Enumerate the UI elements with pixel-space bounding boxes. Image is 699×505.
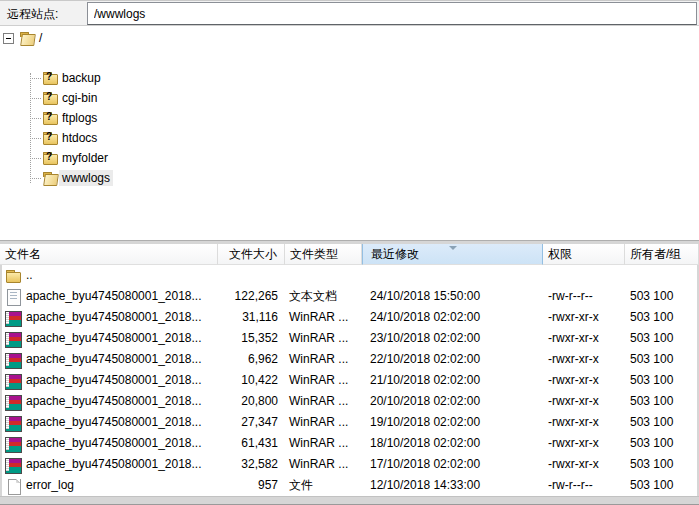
tree-item-htdocs[interactable]: ?htdocs [0, 128, 100, 148]
remote-site-input[interactable] [87, 2, 697, 25]
owner-cell: 503 100 [625, 349, 697, 370]
file-name-label: apache_byu4745080001_2018... [26, 286, 202, 307]
modified-cell: 24/10/2018 15:50:00 [362, 286, 543, 307]
file-name-cell: apache_byu4745080001_2018... [2, 328, 218, 349]
tree-item-myfolder[interactable]: ?myfolder [0, 148, 111, 168]
modified-cell: 24/10/2018 02:02:00 [362, 307, 543, 328]
file-type-cell: 文本文档 [285, 286, 362, 307]
table-row[interactable]: error_log957文件12/10/2018 14:33:00-rw-r--… [2, 475, 697, 496]
file-size-cell: 957 [218, 475, 285, 496]
table-row[interactable]: apache_byu4745080001_2018...32,582WinRAR… [2, 454, 697, 475]
tree-item-ftplogs[interactable]: ?ftplogs [0, 108, 100, 128]
winrar-archive-icon [5, 394, 22, 410]
file-size-cell: 31,116 [218, 307, 285, 328]
modified-cell: 17/10/2018 02:02:00 [362, 454, 543, 475]
table-row[interactable]: .. [2, 265, 697, 286]
permissions-cell: -rwxr-xr-x [543, 433, 625, 454]
question-mark: ? [46, 131, 52, 142]
file-name-cell: apache_byu4745080001_2018... [2, 349, 218, 370]
table-row[interactable]: apache_byu4745080001_2018...10,422WinRAR… [2, 370, 697, 391]
tree-item-label: htdocs [59, 130, 100, 146]
column-header-owner[interactable]: 所有者/组 [625, 244, 699, 265]
file-name-label: apache_byu4745080001_2018... [26, 307, 202, 328]
file-type-cell: WinRAR ... [285, 391, 362, 412]
file-size-cell: 15,352 [218, 328, 285, 349]
file-name-label: apache_byu4745080001_2018... [26, 349, 202, 370]
table-row[interactable]: apache_byu4745080001_2018...15,352WinRAR… [2, 328, 697, 349]
owner-cell: 503 100 [625, 391, 697, 412]
column-header-label: 文件大小 [229, 247, 277, 261]
tree-item-label: cgi-bin [59, 90, 100, 106]
table-row[interactable]: apache_byu4745080001_2018...27,347WinRAR… [2, 412, 697, 433]
permissions-cell: -rwxr-xr-x [543, 328, 625, 349]
folder-question-icon: ? [42, 130, 59, 146]
column-header-label: 文件类型 [290, 247, 338, 261]
file-name-label: apache_byu4745080001_2018... [26, 328, 202, 349]
file-type-cell: WinRAR ... [285, 370, 362, 391]
winrar-archive-icon [5, 415, 22, 431]
table-row[interactable]: apache_byu4745080001_2018...31,116WinRAR… [2, 307, 697, 328]
file-size-cell: 20,800 [218, 391, 285, 412]
open-folder-icon [42, 170, 59, 186]
file-list: ..apache_byu4745080001_2018...122,265文本文… [0, 265, 699, 496]
folder-question-icon: ? [42, 90, 59, 106]
folder-question-icon: ? [42, 150, 59, 166]
table-row[interactable]: apache_byu4745080001_2018...20,800WinRAR… [2, 391, 697, 412]
column-header-type[interactable]: 文件类型 [285, 244, 362, 265]
tree-item-backup[interactable]: ?backup [0, 68, 104, 88]
sort-descending-icon [449, 246, 457, 250]
remote-site-bar: 远程站点: [0, 1, 699, 26]
file-type-cell: WinRAR ... [285, 433, 362, 454]
permissions-cell [543, 265, 625, 286]
file-name-cell: apache_byu4745080001_2018... [2, 391, 218, 412]
file-name-label: apache_byu4745080001_2018... [26, 412, 202, 433]
file-name-cell: apache_byu4745080001_2018... [2, 370, 218, 391]
file-size-cell: 6,962 [218, 349, 285, 370]
file-name-cell: apache_byu4745080001_2018... [2, 433, 218, 454]
column-header-name[interactable]: 文件名 [0, 244, 218, 265]
file-type-cell [285, 265, 362, 286]
permissions-cell: -rwxr-xr-x [543, 349, 625, 370]
modified-cell: 21/10/2018 02:02:00 [362, 370, 543, 391]
owner-cell: 503 100 [625, 433, 697, 454]
file-size-cell [218, 265, 285, 286]
tree-item-label: myfolder [59, 150, 111, 166]
tree-item-wwwlogs[interactable]: wwwlogs [0, 168, 113, 188]
file-name-label: apache_byu4745080001_2018... [26, 391, 202, 412]
panel-bottom-edge [0, 496, 699, 505]
modified-cell: 12/10/2018 14:33:00 [362, 475, 543, 496]
file-size-cell: 27,347 [218, 412, 285, 433]
column-header-label: 所有者/组 [630, 247, 681, 261]
table-row[interactable]: apache_byu4745080001_2018...6,962WinRAR … [2, 349, 697, 370]
collapse-toggle-icon[interactable] [3, 33, 14, 44]
text-document-icon [5, 289, 22, 305]
column-header-modified[interactable]: 最近修改 [362, 244, 543, 265]
permissions-cell: -rw-r--r-- [543, 475, 625, 496]
file-type-cell: 文件 [285, 475, 362, 496]
tree-item-cgi-bin[interactable]: ?cgi-bin [0, 88, 100, 108]
table-row[interactable]: apache_byu4745080001_2018...61,431WinRAR… [2, 433, 697, 454]
winrar-archive-icon [5, 352, 22, 368]
directory-tree: / ?backup?cgi-bin?ftplogs?htdocs?myfolde… [0, 26, 699, 240]
column-header-size[interactable]: 文件大小 [218, 244, 285, 265]
file-name-label: .. [26, 265, 33, 286]
file-size-cell: 32,582 [218, 454, 285, 475]
question-mark: ? [46, 71, 52, 82]
table-row[interactable]: apache_byu4745080001_2018...122,265文本文档2… [2, 286, 697, 307]
modified-cell: 18/10/2018 02:02:00 [362, 433, 543, 454]
tree-item-root[interactable]: / [0, 28, 45, 48]
file-name-label: error_log [26, 475, 74, 496]
owner-cell: 503 100 [625, 454, 697, 475]
column-header-label: 最近修改 [371, 247, 419, 261]
file-list-rows: ..apache_byu4745080001_2018...122,265文本文… [2, 265, 697, 496]
file-name-label: apache_byu4745080001_2018... [26, 370, 202, 391]
owner-cell: 503 100 [625, 475, 697, 496]
file-name-cell: error_log [2, 475, 218, 496]
column-header-perms[interactable]: 权限 [543, 244, 625, 265]
file-name-cell: apache_byu4745080001_2018... [2, 454, 218, 475]
file-type-cell: WinRAR ... [285, 412, 362, 433]
file-type-cell: WinRAR ... [285, 454, 362, 475]
winrar-archive-icon [5, 310, 22, 326]
file-name-cell: apache_byu4745080001_2018... [2, 286, 218, 307]
owner-cell: 503 100 [625, 412, 697, 433]
